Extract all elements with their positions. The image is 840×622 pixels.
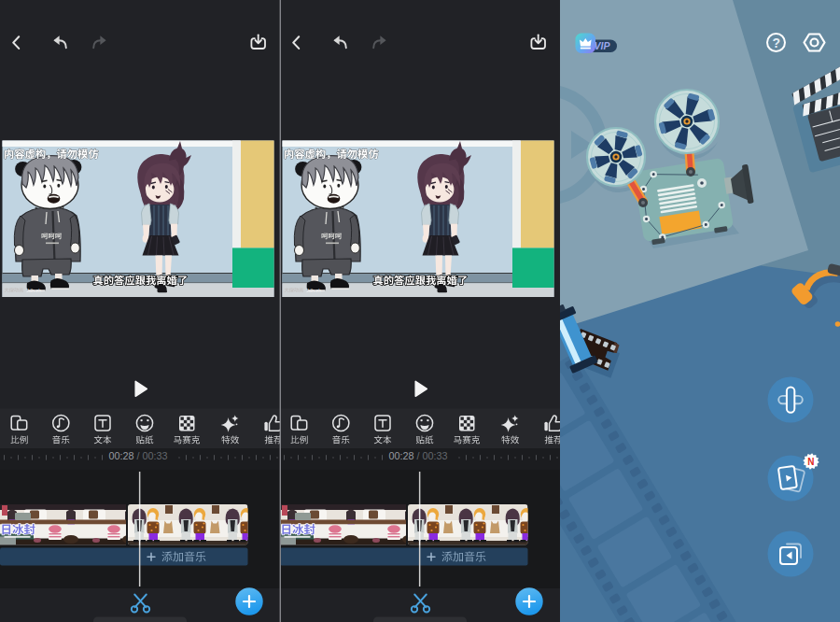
- svg-text:VIP: VIP: [595, 40, 611, 51]
- svg-text:?: ?: [773, 35, 781, 50]
- svg-text:N: N: [807, 457, 814, 467]
